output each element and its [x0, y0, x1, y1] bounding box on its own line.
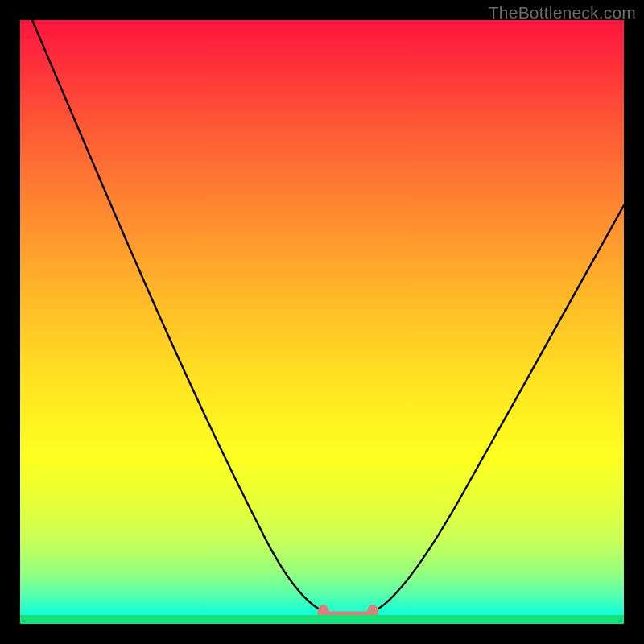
flat-zone-end-left	[319, 605, 329, 616]
optimal-zone-strip	[20, 615, 624, 624]
plot-area	[20, 20, 624, 624]
bottleneck-curve	[20, 20, 624, 624]
flat-zone-end-right	[368, 605, 378, 616]
curve-right-branch	[373, 205, 624, 612]
watermark-text: TheBottleneck.com	[489, 3, 636, 23]
chart-frame: TheBottleneck.com	[0, 0, 644, 644]
curve-left-branch	[32, 20, 324, 612]
